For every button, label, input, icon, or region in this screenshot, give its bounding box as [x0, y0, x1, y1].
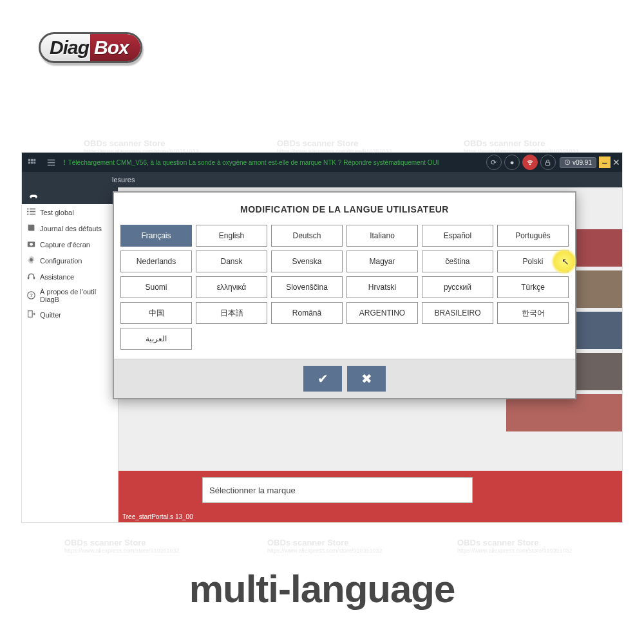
- svg-rect-19: [30, 214, 35, 215]
- sidebar-item-label: Configuration: [40, 257, 82, 265]
- sidebar-item-capture-d-cran[interactable]: Capture d'écran: [22, 236, 118, 252]
- language-option[interactable]: 中国: [120, 302, 192, 324]
- svg-rect-14: [27, 209, 28, 210]
- language-option[interactable]: ARGENTINO: [346, 302, 418, 324]
- svg-rect-24: [33, 277, 35, 279]
- sidebar-item-journal-des-d-fauts[interactable]: Journal des défauts: [22, 220, 118, 236]
- top-toolbar: !Téléchargement CMM_V56, à la question L…: [22, 153, 622, 172]
- svg-text:?: ?: [30, 292, 33, 298]
- sidebar-item-configuration[interactable]: Configuration: [22, 252, 118, 269]
- wifi-icon[interactable]: [522, 155, 538, 170]
- cursor-icon: ↖: [562, 256, 569, 267]
- logo-left: Diag: [41, 34, 90, 61]
- sidebar-item-label: Quitter: [40, 311, 61, 319]
- svg-rect-27: [28, 311, 33, 317]
- svg-rect-15: [30, 209, 35, 210]
- lock-icon[interactable]: [540, 155, 556, 170]
- list-icon: [27, 207, 35, 217]
- watermark: OBDs scanner Storehttps://www.aliexpress…: [267, 538, 383, 554]
- svg-point-13: [35, 196, 37, 198]
- sidebar-item-label: Assistance: [40, 273, 74, 281]
- svg-rect-16: [27, 211, 28, 213]
- sidebar-item-label: Test global: [40, 209, 74, 216]
- language-option[interactable]: Dansk: [196, 251, 267, 272]
- gear-icon: [27, 256, 35, 265]
- cancel-button[interactable]: ✖: [347, 366, 386, 392]
- sidebar-item-test-global[interactable]: Test global: [22, 204, 118, 220]
- camera-icon: [27, 240, 35, 249]
- grid-view-icon[interactable]: [22, 153, 41, 172]
- svg-rect-7: [47, 162, 54, 163]
- breadcrumb-bar: lesures: [22, 172, 622, 187]
- language-option[interactable]: Slovenščina: [271, 276, 343, 298]
- language-option[interactable]: Türkçe: [497, 276, 569, 298]
- question-icon: ?: [27, 291, 35, 301]
- language-option[interactable]: Hrvatski: [346, 276, 418, 298]
- language-option[interactable]: العربية: [120, 328, 192, 350]
- sidebar-item-assistance[interactable]: Assistance: [22, 269, 118, 285]
- svg-rect-10: [546, 162, 550, 166]
- minimize-button[interactable]: –: [599, 156, 611, 168]
- language-option[interactable]: Polski↖: [497, 251, 569, 272]
- modal-title: MODIFICATION DE LA LANGUE UTILISATEUR: [114, 193, 575, 225]
- book-icon: [27, 223, 35, 233]
- language-option[interactable]: русский: [422, 276, 493, 298]
- language-option[interactable]: Português: [497, 225, 569, 247]
- svg-point-9: [529, 164, 530, 164]
- headset-icon: [27, 272, 35, 281]
- confirm-button[interactable]: ✔: [303, 366, 342, 392]
- logo-right: Box: [90, 34, 140, 61]
- language-grid: FrançaisEnglishDeutschItalianoEspañolPor…: [114, 225, 575, 359]
- svg-rect-0: [28, 158, 30, 160]
- language-option[interactable]: English: [196, 225, 267, 247]
- language-option[interactable]: BRASILEIRO: [422, 302, 493, 324]
- refresh-icon[interactable]: ⟳: [486, 155, 502, 170]
- alert-message: !Téléchargement CMM_V56, à la question L…: [61, 158, 485, 167]
- close-button[interactable]: ✕: [611, 153, 622, 172]
- svg-rect-6: [47, 159, 54, 160]
- sidebar-home[interactable]: [22, 187, 118, 204]
- brand-logo: Diag Box: [39, 32, 142, 63]
- footer-status: Tree_startPortal.s 13_00: [118, 511, 622, 522]
- svg-rect-4: [30, 161, 32, 163]
- svg-rect-17: [30, 211, 35, 213]
- svg-rect-8: [47, 164, 54, 166]
- svg-point-21: [30, 243, 33, 246]
- caption: multi-language: [0, 567, 644, 611]
- sidebar-item-label: Capture d'écran: [40, 241, 90, 249]
- sidebar-item-quitter[interactable]: Quitter: [22, 307, 118, 323]
- svg-rect-3: [28, 161, 30, 163]
- sidebar: Test globalJournal des défautsCapture d'…: [22, 187, 118, 522]
- exit-icon: [27, 310, 35, 319]
- svg-rect-5: [33, 161, 35, 163]
- sidebar-item-label: Journal des défauts: [40, 225, 102, 232]
- language-option[interactable]: čeština: [422, 251, 493, 272]
- language-option[interactable]: Magyar: [346, 251, 418, 272]
- sidebar-item-label: À propos de l'outil DiagB: [40, 288, 113, 303]
- language-option[interactable]: Español: [422, 225, 493, 247]
- version-badge[interactable]: v09.91: [560, 157, 596, 168]
- language-modal: MODIFICATION DE LA LANGUE UTILISATEUR Fr…: [113, 191, 576, 399]
- watermark: OBDs scanner Storehttps://www.aliexpress…: [64, 538, 180, 554]
- language-option[interactable]: Română: [271, 302, 343, 324]
- language-option[interactable]: Italiano: [346, 225, 418, 247]
- svg-point-12: [30, 196, 32, 198]
- language-option[interactable]: 한국어: [497, 302, 569, 324]
- language-option[interactable]: Svenska: [271, 251, 343, 272]
- brand-select[interactable]: Sélectionner la marque: [202, 477, 473, 503]
- sidebar-item--propos-de-l-outil-diagb[interactable]: ?À propos de l'outil DiagB: [22, 285, 118, 307]
- svg-rect-2: [33, 158, 35, 160]
- user-icon[interactable]: ●: [504, 155, 520, 170]
- language-option[interactable]: Suomi: [120, 276, 192, 298]
- language-option[interactable]: Nederlands: [120, 251, 192, 272]
- svg-rect-18: [27, 214, 28, 215]
- modal-actions: ✔ ✖: [114, 359, 575, 398]
- language-option[interactable]: Deutsch: [271, 225, 343, 247]
- language-option[interactable]: 日本語: [196, 302, 267, 324]
- language-option[interactable]: Français: [120, 225, 192, 247]
- list-view-icon[interactable]: [41, 153, 61, 172]
- svg-rect-1: [30, 158, 32, 160]
- watermark: OBDs scanner Storehttps://www.aliexpress…: [457, 538, 573, 554]
- svg-rect-23: [28, 277, 29, 279]
- language-option[interactable]: ελληνικά: [196, 276, 267, 298]
